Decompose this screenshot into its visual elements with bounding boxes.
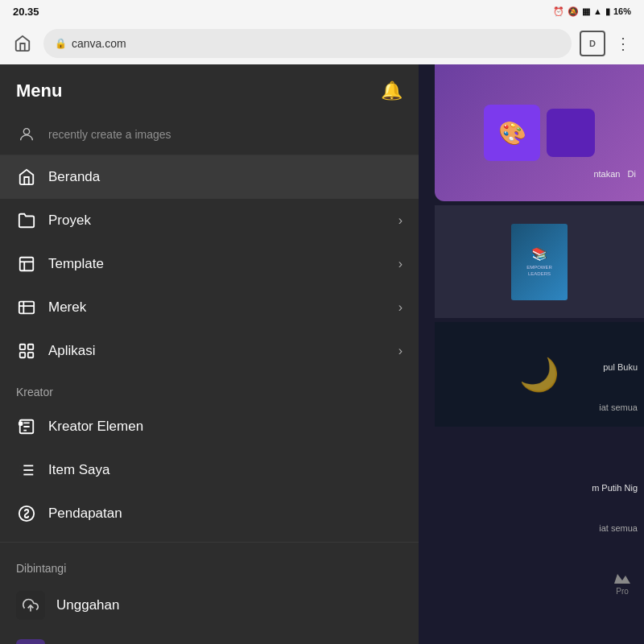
svg-rect-5 — [20, 345, 25, 349]
notification-bell-button[interactable]: 🔔 — [381, 80, 402, 101]
menu-title: Menu — [16, 80, 62, 101]
right-label-1: ntakan Di — [593, 169, 636, 179]
browser-actions: D ⋮ — [580, 31, 634, 56]
template-label: Template — [48, 256, 387, 272]
pendapatan-icon — [16, 503, 37, 524]
dibintangi-section-label: Dibintangi — [0, 549, 419, 581]
battery-icon: ▮ — [605, 6, 610, 17]
canva-thumb-1: 🎨 — [484, 105, 540, 161]
beranda-label: Beranda — [48, 169, 402, 185]
menu-item-unggahan[interactable]: Unggahan — [0, 581, 419, 630]
menu-item-item-saya[interactable]: Item Saya — [0, 448, 419, 492]
book-section: 📚 EMPOWERLEADERS — [435, 205, 644, 318]
menu-item-proyek[interactable]: Proyek › — [0, 199, 419, 242]
status-bar: 20.35 ⏰ 🔕 ▦ ▲ ▮ 16% — [0, 0, 644, 23]
svg-rect-6 — [28, 345, 33, 349]
merek-label: Merek — [48, 299, 387, 316]
url-bar[interactable]: 🔒 canva.com — [43, 29, 572, 58]
merek-chevron-icon: › — [398, 300, 402, 315]
menu-item-merek[interactable]: Merek › — [0, 286, 419, 329]
lock-icon: 🔒 — [55, 38, 67, 49]
mute-icon: 🔕 — [568, 6, 579, 17]
main-area: 🎨 📚 EMPOWERLEADERS 🌙 Menu 🔔 — [0, 64, 644, 644]
canva-featured-section: 🎨 — [435, 64, 644, 201]
url-text: canva.com — [72, 37, 126, 50]
home-icon — [16, 167, 37, 188]
svg-point-0 — [23, 129, 29, 134]
canva-thumb-2 — [547, 109, 595, 157]
book-cover: 📚 EMPOWERLEADERS — [511, 224, 568, 300]
brand-icon — [16, 297, 37, 318]
menu-item-aplikasi[interactable]: Aplikasi › — [0, 329, 419, 373]
menu-item-beranda[interactable]: Beranda — [0, 155, 419, 199]
svg-rect-10 — [19, 423, 23, 426]
menu-scroll-area[interactable]: recently create a images Beranda — [0, 114, 419, 644]
template-icon — [16, 254, 37, 275]
alarm-icon: ⏰ — [553, 6, 564, 17]
template-chevron-icon: › — [398, 257, 402, 271]
battery-level: 16% — [613, 6, 631, 16]
partial-item-label: recently create a images — [48, 128, 402, 141]
menu-header: Menu 🔔 — [0, 64, 419, 114]
section-divider — [0, 542, 419, 543]
menu-item-kreator-elemen[interactable]: Kreator Elemen — [0, 405, 419, 448]
svg-rect-4 — [19, 302, 34, 314]
pro-section: Pro — [613, 569, 632, 596]
folder-icon — [16, 210, 37, 231]
partial-menu-item: recently create a images — [0, 114, 419, 155]
time-display: 20.35 — [13, 6, 39, 18]
apps-grid-icon — [16, 341, 37, 361]
svg-rect-1 — [20, 258, 34, 271]
svg-rect-8 — [28, 353, 33, 357]
pendapatan-label: Pendapatan — [48, 506, 402, 522]
proyek-chevron-icon: › — [398, 213, 402, 228]
menu-item-hajj-animation[interactable]: Hajj Animation — [0, 630, 419, 644]
partial-item-icon — [16, 124, 37, 145]
right-label-semua2: iat semua — [599, 523, 638, 533]
unggahan-label: Unggahan — [56, 597, 402, 613]
svg-rect-7 — [20, 353, 25, 357]
item-saya-label: Item Saya — [48, 462, 402, 478]
aplikasi-chevron-icon: › — [398, 344, 402, 358]
tab-switcher-button[interactable]: D — [580, 31, 605, 56]
status-icons: ⏰ 🔕 ▦ ▲ ▮ 16% — [553, 6, 631, 17]
signal-icon: ▦ — [582, 6, 590, 17]
menu-overlay: Menu 🔔 recently create a images — [0, 64, 419, 644]
aplikasi-label: Aplikasi — [48, 343, 387, 359]
browser-more-button[interactable]: ⋮ — [612, 31, 634, 56]
kreator-section-label: Kreator — [0, 373, 419, 405]
kreator-elemen-icon — [16, 416, 37, 437]
kreator-elemen-label: Kreator Elemen — [48, 419, 402, 435]
wifi-icon: ▲ — [593, 6, 602, 16]
item-saya-icon — [16, 460, 37, 481]
hajj-animation-thumb — [16, 639, 45, 644]
right-label-pul-buku: pul Buku — [603, 362, 638, 372]
browser-bar: 🔒 canva.com D ⋮ — [0, 23, 644, 64]
menu-item-pendapatan[interactable]: Pendapatan — [0, 492, 419, 535]
right-label-malam-putih: m Putih Nig — [592, 483, 638, 493]
proyek-label: Proyek — [48, 213, 387, 229]
menu-item-template[interactable]: Template › — [0, 242, 419, 286]
browser-home-button[interactable] — [10, 31, 35, 56]
right-label-lihat-semua: iat semua — [599, 402, 638, 412]
unggahan-thumb — [16, 591, 45, 620]
